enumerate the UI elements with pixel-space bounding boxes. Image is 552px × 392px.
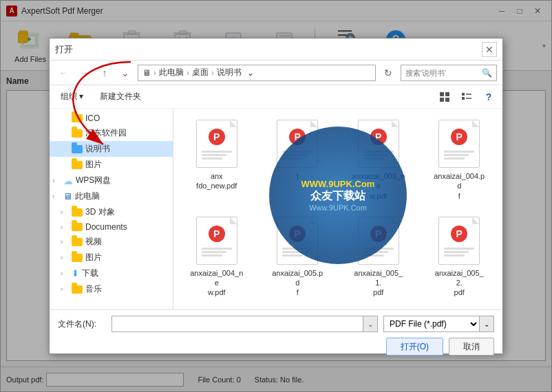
svg-rect-36	[445, 92, 449, 96]
tree-item-hd-software[interactable]: 河东软件园	[50, 125, 173, 141]
dialog-subtoolbar: 组织 ▾ 新建文件夹 ?	[50, 85, 502, 109]
svg-rect-38	[445, 98, 449, 102]
readme-folder-icon	[72, 145, 83, 153]
breadcrumb-icon: 🖥	[142, 68, 151, 78]
file-icon: P	[437, 119, 481, 168]
filetype-select[interactable]: PDF File (*.pdf)	[383, 316, 480, 332]
file-icon: P	[437, 216, 481, 265]
tree-item-ico[interactable]: ICO	[50, 111, 173, 125]
recent-button[interactable]: ⌄	[117, 65, 134, 81]
filetype-dropdown-button[interactable]: ⌄	[479, 316, 494, 332]
tree-item-videos[interactable]: › 视频	[50, 234, 173, 250]
dialog-title-bar: 打开 ✕	[50, 39, 502, 61]
dialog-title: 打开	[55, 43, 73, 56]
search-input[interactable]	[405, 69, 479, 77]
file-item[interactable]: P anxaizai_005_1.pdf	[341, 211, 416, 303]
tree-label-wps: WPS网盘	[76, 175, 111, 186]
file-name: anxfdo_new.pdf	[196, 171, 237, 191]
file-name: anxaizai_005_2.pdf	[432, 268, 487, 298]
downloads-folder-icon: ⬇	[72, 268, 79, 279]
pictures-folder-icon	[72, 254, 83, 262]
file-item[interactable]: P anxaizai_004.pdf	[422, 114, 498, 206]
tree-label-downloads: 下载	[82, 268, 98, 279]
tree-item-downloads[interactable]: › ⬇ 下载	[50, 265, 173, 281]
documents-folder-icon	[72, 223, 83, 231]
file-open-dialog: 打开 ✕ ← → ↑ ⌄ 🖥 › 此电脑 › 桌面 › 说明书 ⌄ ↻	[49, 38, 503, 354]
tree-item-this-pc[interactable]: › 🖥 此电脑	[50, 188, 173, 204]
file-icon: P	[195, 119, 239, 168]
tree-label-readme: 说明书	[85, 143, 110, 155]
file-name: anxaizai_003_new.pdf	[351, 171, 406, 201]
filename-label: 文件名(N):	[58, 318, 106, 330]
tree-label-ico: ICO	[85, 113, 100, 123]
file-icon: P	[357, 216, 401, 265]
file-icon: P	[275, 216, 319, 265]
back-button[interactable]: ←	[55, 65, 72, 81]
images-folder-icon	[72, 161, 83, 169]
open-button[interactable]: 打开(O)	[386, 338, 443, 356]
file-item[interactable]: P anxaizai_004_new.pdf	[179, 211, 255, 303]
dialog-close-button[interactable]: ✕	[482, 42, 497, 57]
filetype-wrapper: PDF File (*.pdf) ⌄	[383, 316, 494, 332]
music-folder-icon	[72, 285, 83, 294]
videos-folder-icon	[72, 238, 83, 246]
dialog-overlay: 打开 ✕ ← → ↑ ⌄ 🖥 › 此电脑 › 桌面 › 说明书 ⌄ ↻	[0, 0, 552, 392]
tree-label-docs: Documents	[85, 222, 127, 232]
breadcrumb-bar[interactable]: 🖥 › 此电脑 › 桌面 › 说明书 ⌄	[138, 65, 376, 81]
file-name: anxaizai_004_new.pdf	[189, 268, 244, 298]
breadcrumb-folder: 说明书	[217, 67, 242, 78]
file-icon: P	[195, 216, 239, 265]
new-folder-button[interactable]: 新建文件夹	[94, 89, 147, 105]
tree-label-pictures: 图片	[85, 252, 102, 263]
file-item[interactable]: P t	[260, 114, 336, 206]
tree-item-pictures[interactable]: › 图片	[50, 250, 173, 265]
file-item[interactable]: P anxaizai_005_2.pdf	[422, 211, 498, 303]
refresh-button[interactable]: ↻	[380, 65, 396, 81]
tree-label-hd: 河东软件园	[85, 127, 127, 139]
breadcrumb-desktop: 桌面	[192, 67, 209, 78]
dialog-bottom: 文件名(N): ⌄ PDF File (*.pdf) ⌄ 打开(O) 取消	[50, 309, 502, 353]
search-bar: 🔍	[401, 65, 497, 81]
hd-folder-icon	[72, 129, 83, 138]
file-name: anxaizai_005.pdf	[270, 268, 325, 298]
breadcrumb-computer: 此电脑	[159, 67, 184, 78]
help-dialog-button[interactable]: ?	[480, 89, 497, 105]
organize-button[interactable]: 组织 ▾	[55, 89, 89, 105]
tree-label-images: 图片	[85, 159, 102, 171]
search-icon: 🔍	[482, 68, 492, 78]
file-name: t	[297, 171, 299, 181]
file-item[interactable]: P anxaizai_003_new.pdf	[341, 114, 416, 206]
tree-item-documents[interactable]: › Documents	[50, 220, 173, 234]
tree-label-music: 音乐	[85, 283, 102, 295]
svg-rect-37	[440, 98, 444, 102]
tree-label-pc: 此电脑	[75, 190, 100, 202]
cancel-button[interactable]: 取消	[449, 338, 494, 356]
forward-button[interactable]: →	[76, 65, 92, 81]
tree-item-3d[interactable]: › 3D 对象	[50, 204, 173, 220]
tree-item-wps-cloud[interactable]: › ☁ WPS网盘	[50, 173, 173, 188]
file-item[interactable]: P anxfdo_new.pdf	[179, 114, 255, 206]
ico-folder-icon	[72, 114, 83, 122]
view-grid-button[interactable]	[436, 89, 453, 105]
dialog-body: ICO 河东软件园 说明书 图片 ›	[50, 109, 502, 309]
tree-item-images[interactable]: 图片	[50, 157, 173, 173]
tree-label-videos: 视频	[85, 236, 102, 248]
file-icon: P	[275, 119, 319, 168]
dialog-nav-toolbar: ← → ↑ ⌄ 🖥 › 此电脑 › 桌面 › 说明书 ⌄ ↻ 🔍	[50, 61, 502, 85]
filename-input[interactable]	[112, 316, 378, 332]
tree-item-music[interactable]: › 音乐	[50, 281, 173, 297]
file-name: anxaizai_005_1.pdf	[351, 268, 406, 298]
view-details-button[interactable]	[458, 89, 475, 105]
left-panel: ICO 河东软件园 说明书 图片 ›	[50, 109, 173, 309]
file-item[interactable]: P anxaizai_005.pdf	[260, 211, 336, 303]
file-icon: P	[357, 119, 401, 168]
up-button[interactable]: ↑	[96, 65, 113, 81]
filename-dropdown-button[interactable]: ⌄	[363, 316, 378, 332]
svg-rect-41	[462, 97, 465, 100]
wps-cloud-icon: ☁	[63, 175, 73, 186]
filename-row: 文件名(N): ⌄ PDF File (*.pdf) ⌄	[58, 316, 494, 332]
dialog-action-row: 打开(O) 取消	[58, 338, 494, 356]
filename-input-wrapper: ⌄	[112, 316, 378, 332]
this-pc-icon: 🖥	[63, 191, 72, 202]
tree-item-readme[interactable]: 说明书	[50, 141, 173, 157]
